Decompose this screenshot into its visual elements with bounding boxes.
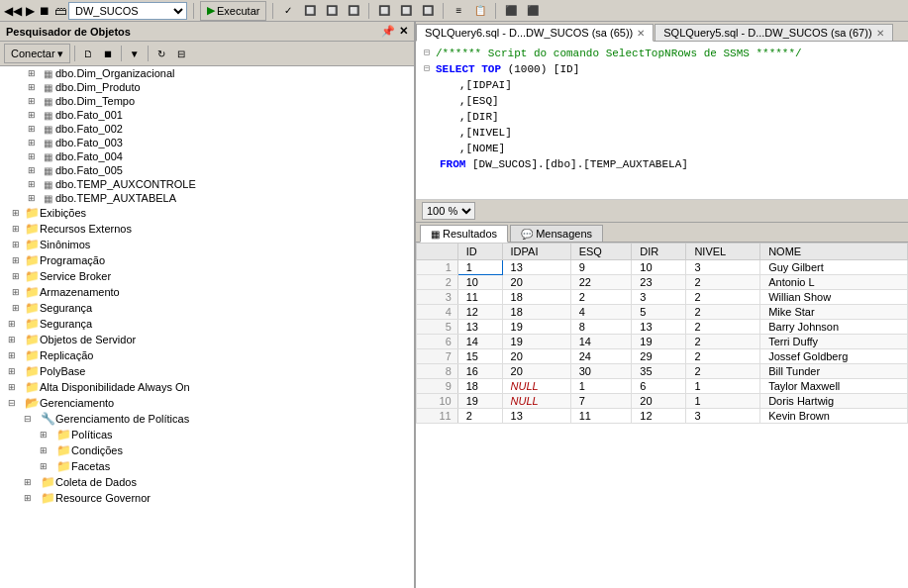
connect-button[interactable]: Conectar ▾ — [4, 44, 70, 63]
table-row[interactable]: 1019NULL7201Doris Hartwig — [417, 394, 908, 409]
tree-root-gerenciamento[interactable]: ⊟ 📂 Gerenciamento — [0, 395, 414, 411]
col-header-nome[interactable]: NOME — [760, 244, 908, 260]
cell-nivel[interactable]: 3 — [686, 260, 760, 275]
tree-folder-seguranca-sub[interactable]: ⊞ 📁 Segurança — [0, 300, 414, 316]
cell-dir[interactable]: 10 — [632, 260, 686, 275]
cell-nivel[interactable]: 2 — [686, 349, 760, 364]
tree-folder-armazenamento[interactable]: ⊞ 📁 Armazenamento — [0, 284, 414, 300]
cell-id[interactable]: 13 — [457, 320, 502, 335]
tree-root-alta-disp[interactable]: ⊞ 📁 Alta Disponibilidade Always On — [0, 379, 414, 395]
cell-esq[interactable]: 9 — [570, 260, 632, 275]
toolbar-btn-7[interactable]: 🔲 — [419, 2, 437, 20]
tree-root-polybase[interactable]: ⊞ 📁 PolyBase — [0, 363, 414, 379]
cell-dir[interactable]: 23 — [632, 275, 686, 290]
cell-esq[interactable]: 11 — [570, 409, 632, 424]
cell-dir[interactable]: 6 — [632, 379, 686, 394]
collapse-icon[interactable]: ⊟ — [424, 46, 436, 61]
cell-idpai[interactable]: 19 — [502, 335, 570, 349]
tree-folder-recursos[interactable]: ⊞ 📁 Recursos Externos — [0, 221, 414, 237]
cell-esq[interactable]: 1 — [570, 379, 632, 394]
cell-idpai[interactable]: 18 — [502, 305, 570, 320]
cell-nome[interactable]: Taylor Maxwell — [760, 379, 908, 394]
toolbar-btn-4[interactable]: 🔲 — [345, 2, 362, 20]
toolbar-btn-5[interactable]: 🔲 — [375, 2, 393, 20]
cell-nome[interactable]: Willian Show — [760, 290, 908, 305]
cell-id[interactable]: 11 — [457, 290, 502, 305]
cell-esq[interactable]: 22 — [570, 275, 632, 290]
table-row[interactable]: 513198132Barry Johnson — [417, 320, 908, 335]
tree-item-temp-auxcontrole[interactable]: ⊞ ▦ dbo.TEMP_AUXCONTROLE — [0, 177, 414, 191]
cell-nome[interactable]: Antonio L — [760, 275, 908, 290]
cell-nivel[interactable]: 2 — [686, 290, 760, 305]
cell-nivel[interactable]: 2 — [686, 275, 760, 290]
tree-root-objetos[interactable]: ⊞ 📁 Objetos de Servidor — [0, 332, 414, 347]
execute-button[interactable]: ▶ Executar — [200, 1, 266, 21]
table-row[interactable]: 6141914192Terri Duffy — [417, 335, 908, 349]
cell-nivel[interactable]: 2 — [686, 364, 760, 379]
tab-query6-close[interactable]: ✕ — [637, 28, 645, 39]
tree-item-fato001[interactable]: ⊞ ▦ dbo.Fato_001 — [0, 108, 414, 122]
toolbar-btn-3[interactable]: 🔲 — [323, 2, 341, 20]
cell-esq[interactable]: 2 — [570, 290, 632, 305]
tree-gerenciamento-politicas[interactable]: ⊟ 🔧 Gerenciamento de Políticas — [0, 411, 414, 427]
cell-idpai[interactable]: NULL — [502, 379, 570, 394]
tab-query6[interactable]: SQLQuery6.sql - D...DW_SUCOS (sa (65)) ✕ — [416, 24, 654, 42]
toolbar-btn-9[interactable]: 📋 — [471, 2, 489, 20]
tree-coleta-dados[interactable]: ⊞ 📁 Coleta de Dados — [0, 474, 414, 490]
cell-nome[interactable]: Guy Gilbert — [760, 260, 908, 275]
results-table-container[interactable]: ID IDPAI ESQ DIR NIVEL NOME 11139103Guy … — [416, 243, 908, 588]
cell-nivel[interactable]: 1 — [686, 394, 760, 409]
tree-folder-service-broker[interactable]: ⊞ 📁 Service Broker — [0, 268, 414, 284]
cell-idpai[interactable]: 13 — [502, 409, 570, 424]
db-selector[interactable]: DW_SUCOS — [68, 2, 187, 20]
table-row[interactable]: 918NULL161Taylor Maxwell — [417, 379, 908, 394]
cell-esq[interactable]: 30 — [570, 364, 632, 379]
cell-dir[interactable]: 19 — [632, 335, 686, 349]
cell-idpai[interactable]: 20 — [502, 364, 570, 379]
cell-nivel[interactable]: 3 — [686, 409, 760, 424]
cell-esq[interactable]: 8 — [570, 320, 632, 335]
toolbar-btn-10[interactable]: ⬛ — [502, 2, 520, 20]
cell-nome[interactable]: Kevin Brown — [760, 409, 908, 424]
col-header-id[interactable]: ID — [457, 244, 502, 260]
tree-folder-sinonimos[interactable]: ⊞ 📁 Sinônimos — [0, 237, 414, 252]
refresh-btn[interactable]: ↻ — [152, 45, 170, 62]
cell-esq[interactable]: 24 — [570, 349, 632, 364]
table-row[interactable]: 2102022232Antonio L — [417, 275, 908, 290]
cell-nivel[interactable]: 2 — [686, 320, 760, 335]
tab-query5-close[interactable]: ✕ — [876, 28, 884, 39]
cell-dir[interactable]: 3 — [632, 290, 686, 305]
tree-condicoes[interactable]: ⊞ 📁 Condições — [0, 442, 414, 458]
cell-dir[interactable]: 35 — [632, 364, 686, 379]
cell-id[interactable]: 12 — [457, 305, 502, 320]
tree-folder-programacao[interactable]: ⊞ 📁 Programação — [0, 252, 414, 268]
tree-resource-governor[interactable]: ⊞ 📁 Resource Governor — [0, 490, 414, 506]
tree-item-temp-auxtabela[interactable]: ⊞ ▦ dbo.TEMP_AUXTABELA — [0, 191, 414, 205]
close-panel-icon[interactable]: ✕ — [399, 25, 408, 38]
toolbar-btn-8[interactable]: ≡ — [450, 2, 467, 20]
table-row[interactable]: 8162030352Bill Tunder — [417, 364, 908, 379]
tree-folder-exibicoes[interactable]: ⊞ 📁 Exibições — [0, 205, 414, 221]
col-header-esq[interactable]: ESQ — [570, 244, 632, 260]
cell-nome[interactable]: Bill Tunder — [760, 364, 908, 379]
cell-id[interactable]: 2 — [457, 409, 502, 424]
cell-esq[interactable]: 4 — [570, 305, 632, 320]
zoom-selector[interactable]: 100 % — [422, 202, 475, 220]
cell-id[interactable]: 14 — [457, 335, 502, 349]
col-header-idpai[interactable]: IDPAI — [502, 244, 570, 260]
tree-item-fato002[interactable]: ⊞ ▦ dbo.Fato_002 — [0, 122, 414, 136]
tree-facetas[interactable]: ⊞ 📁 Facetas — [0, 458, 414, 474]
cell-nome[interactable]: Terri Duffy — [760, 335, 908, 349]
cell-dir[interactable]: 29 — [632, 349, 686, 364]
cell-idpai[interactable]: 18 — [502, 290, 570, 305]
cell-id[interactable]: 15 — [457, 349, 502, 364]
cell-esq[interactable]: 14 — [570, 335, 632, 349]
col-header-dir[interactable]: DIR — [632, 244, 686, 260]
cell-nome[interactable]: Jossef Goldberg — [760, 349, 908, 364]
cell-id[interactable]: 19 — [457, 394, 502, 409]
tree-root-replicacao[interactable]: ⊞ 📁 Replicação — [0, 347, 414, 363]
cell-nivel[interactable]: 2 — [686, 335, 760, 349]
collapse-icon[interactable]: ⊟ — [424, 61, 436, 77]
col-header-nivel[interactable]: NIVEL — [686, 244, 760, 260]
cell-id[interactable]: 16 — [457, 364, 502, 379]
